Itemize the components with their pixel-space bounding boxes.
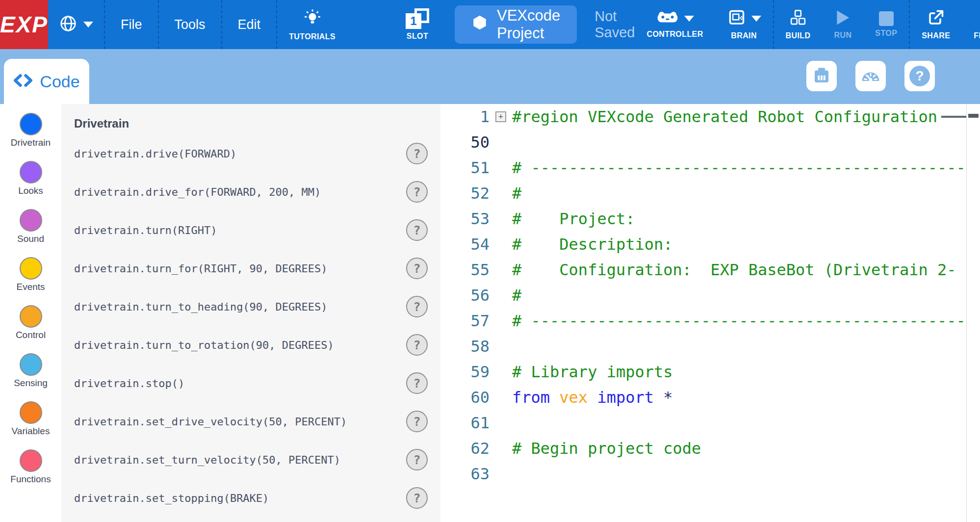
fold-toggle-icon[interactable]: + (495, 111, 506, 122)
code-line-60[interactable]: 60from vex import * (440, 385, 980, 410)
code-line-50[interactable]: 50 (440, 130, 980, 155)
command-row[interactable]: drivetrain.turn_to_heading(90, DEGREES)? (74, 287, 440, 326)
command-snippet[interactable]: drivetrain.drive_for(FORWARD, 200, MM) (74, 186, 321, 198)
sensing-category-icon (20, 353, 42, 376)
command-row[interactable]: drivetrain.stop()? (74, 364, 440, 402)
line-number: 61 (440, 414, 490, 432)
build-label: BUILD (786, 31, 811, 40)
code-line-53[interactable]: 53# Project: (440, 206, 980, 232)
code-line-54[interactable]: 54# Description: (440, 232, 980, 257)
events-category-icon (20, 257, 42, 280)
command-row[interactable]: drivetrain.set_turn_velocity(50, PERCENT… (74, 441, 440, 479)
code-line-58[interactable]: 58 (440, 334, 980, 359)
code-token: # Description: (512, 235, 673, 254)
command-snippet[interactable]: drivetrain.turn_to_rotation(90, DEGREES) (74, 339, 334, 351)
sidebar-item-variables[interactable]: Variables (0, 401, 61, 449)
command-row[interactable]: drivetrain.drive(FORWARD)? (74, 134, 440, 173)
command-help-button[interactable]: ? (406, 296, 428, 317)
menu-file[interactable]: File (105, 0, 158, 49)
command-category-header: Drivetrain (74, 117, 440, 130)
command-snippet[interactable]: drivetrain.set_turn_velocity(50, PERCENT… (74, 454, 340, 466)
sidebar-item-looks[interactable]: Looks (0, 161, 61, 209)
sidebar-item-control[interactable]: Control (0, 305, 61, 353)
command-row[interactable]: drivetrain.turn(RIGHT)? (74, 211, 440, 249)
code-token: # --------------------------------------… (512, 312, 980, 330)
command-snippet[interactable]: drivetrain.set_stopping(BRAKE) (74, 492, 269, 504)
command-snippet[interactable]: drivetrain.drive(FORWARD) (74, 148, 236, 160)
sidebar-item-functions[interactable]: Functions (0, 449, 61, 497)
command-row[interactable]: drivetrain.turn_to_rotation(90, DEGREES)… (74, 326, 440, 364)
code-line-61[interactable]: 61 (440, 410, 980, 436)
main-area: DrivetrainLooksSoundEventsControlSensing… (0, 104, 980, 522)
category-label: Variables (12, 426, 50, 437)
command-help-button[interactable]: ? (406, 219, 428, 241)
command-row[interactable]: drivetrain.set_drive_velocity(50, PERCEN… (74, 402, 440, 441)
tutorials-button[interactable]: TUTORIALS (277, 0, 347, 49)
project-name-button[interactable]: VEXcode Project (455, 5, 577, 44)
code-editor[interactable]: 1+#region VEXcode Generated Robot Config… (440, 104, 980, 522)
command-snippet[interactable]: drivetrain.turn(RIGHT) (74, 224, 217, 236)
language-menu[interactable] (48, 0, 104, 49)
command-snippet[interactable]: drivetrain.turn_for(RIGHT, 90, DEGREES) (74, 262, 328, 275)
command-help-button[interactable]: ? (406, 372, 428, 394)
command-help-button[interactable]: ? (406, 487, 428, 509)
functions-category-icon (20, 449, 42, 472)
feedback-button[interactable]: FEEDBACK (962, 0, 980, 49)
control-category-icon (20, 305, 42, 328)
slot-icon: 1 (406, 8, 429, 29)
code-line-51[interactable]: 51# ------------------------------------… (440, 155, 980, 181)
line-number: 56 (440, 286, 490, 305)
sidebar-item-sensing[interactable]: Sensing (0, 353, 61, 401)
command-row[interactable]: drivetrain.drive_for(FORWARD, 200, MM)? (74, 173, 440, 211)
sidebar-item-sound[interactable]: Sound (0, 209, 61, 257)
brain-button[interactable]: BRAIN (715, 0, 773, 49)
dashboard-button[interactable] (855, 61, 886, 91)
sidebar-item-events[interactable]: Events (0, 257, 61, 305)
command-row[interactable]: drivetrain.set_stopping(BRAKE)? (74, 479, 440, 517)
command-help-button[interactable]: ? (406, 411, 428, 432)
code-token: # --------------------------------------… (512, 158, 980, 177)
code-line-52[interactable]: 52# (440, 181, 980, 206)
code-line-56[interactable]: 56# (440, 283, 980, 308)
stop-button[interactable]: STOP (863, 0, 909, 49)
command-snippet[interactable]: drivetrain.turn_to_heading(90, DEGREES) (74, 301, 328, 313)
minimap-mark (968, 114, 979, 118)
line-number: 60 (440, 388, 490, 407)
line-number: 57 (440, 312, 490, 330)
command-panel: Drivetrain drivetrain.drive(FORWARD)?dri… (61, 104, 440, 522)
editor-scrollbar[interactable] (966, 104, 980, 522)
command-snippet[interactable]: drivetrain.stop() (74, 377, 184, 390)
command-snippet[interactable]: drivetrain.set_drive_velocity(50, PERCEN… (74, 416, 347, 428)
controller-button[interactable]: CONTROLLER (635, 0, 715, 49)
code-token: # Begin project code (512, 439, 701, 458)
command-help-button[interactable]: ? (406, 334, 428, 356)
command-row[interactable]: drivetrain.turn_for(RIGHT, 90, DEGREES)? (74, 249, 440, 287)
device-info-button[interactable] (806, 61, 837, 91)
help-button[interactable]: ? (904, 61, 935, 91)
command-help-button[interactable]: ? (406, 181, 428, 203)
share-button[interactable]: SHARE (910, 0, 962, 49)
code-line-59[interactable]: 59# Library imports (440, 359, 980, 385)
editor-tools: ? (806, 61, 935, 91)
menu-tools[interactable]: Tools (159, 0, 221, 49)
sidebar-item-drivetrain[interactable]: Drivetrain (0, 113, 61, 161)
run-button[interactable]: RUN (822, 0, 863, 49)
code-token: # Project: (512, 209, 635, 228)
controller-label: CONTROLLER (646, 30, 703, 39)
slot-button[interactable]: 1 SLOT (394, 0, 441, 49)
code-line-55[interactable]: 55# Configuration: EXP BaseBot (Drivetra… (440, 257, 980, 283)
command-help-button[interactable]: ? (406, 449, 428, 470)
line-number: 58 (440, 337, 490, 356)
category-list: DrivetrainLooksSoundEventsControlSensing… (0, 104, 61, 522)
command-help-button[interactable]: ? (406, 258, 428, 279)
code-line-63[interactable]: 63 (440, 461, 980, 487)
code-line-62[interactable]: 62# Begin project code (440, 436, 980, 461)
category-label: Events (16, 282, 45, 292)
menu-edit[interactable]: Edit (222, 0, 277, 49)
code-line-1[interactable]: 1+#region VEXcode Generated Robot Config… (440, 104, 980, 130)
build-button[interactable]: BUILD (774, 0, 823, 49)
command-help-button[interactable]: ? (406, 143, 428, 164)
code-line-57[interactable]: 57# ------------------------------------… (440, 308, 980, 334)
toolbar-right-group: CONTROLLER (635, 0, 980, 49)
tab-code[interactable]: Code (4, 59, 89, 104)
